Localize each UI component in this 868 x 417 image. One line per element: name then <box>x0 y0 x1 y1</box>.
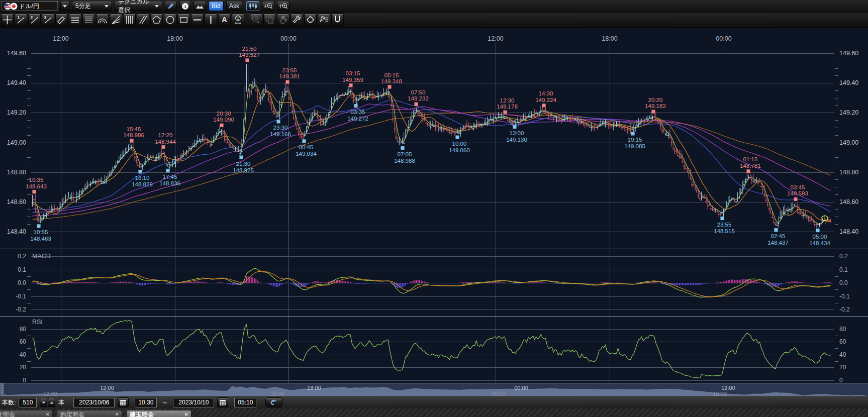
hand-icon <box>277 14 289 26</box>
date-from-input[interactable]: 2023/10/06 <box>73 398 115 407</box>
chevron-up-icon <box>50 401 53 403</box>
navigator-time-label: 12:00 <box>721 385 735 391</box>
reset-range-button[interactable] <box>265 397 282 407</box>
main-toolbar: ドル/円 5分足 テクニカル選択 i Bid Ask <box>0 0 868 13</box>
time-axis-label: 18:00 <box>167 35 182 42</box>
tab-close-icon[interactable]: × <box>184 411 188 417</box>
zoom-out-button[interactable] <box>262 1 274 11</box>
info-button[interactable]: i <box>179 1 191 11</box>
high-annotation-time: 15:45 <box>127 126 141 132</box>
v-segment-tool-button[interactable] <box>205 14 217 26</box>
wrench-icon <box>291 14 303 26</box>
settings-icon <box>318 14 330 26</box>
chevron-down-icon <box>42 401 45 403</box>
high-marker <box>542 103 546 107</box>
chart-canvas[interactable]: 12:0018:0000:0012:0012:0018:0000:0012:00… <box>0 0 868 417</box>
icon-stamp-tool-button[interactable]: icon <box>232 14 244 26</box>
pentagon-tool-button[interactable] <box>150 14 163 26</box>
price-axis-label-right: 148.80 <box>839 169 858 176</box>
rectangle-tool-button[interactable] <box>177 14 190 26</box>
high-marker <box>504 111 507 114</box>
parallel-lines-tool-button[interactable] <box>137 14 149 26</box>
calendar-to-button[interactable] <box>217 397 228 407</box>
low-marker <box>401 146 405 150</box>
ruler-tool-button[interactable] <box>55 14 68 26</box>
candle-chart-button[interactable] <box>246 1 259 11</box>
hand-tool-button[interactable] <box>277 14 290 26</box>
timeframe-selector[interactable]: 5分足 <box>72 1 112 11</box>
eraser-tool-button[interactable] <box>304 14 317 26</box>
low-marker <box>775 228 778 232</box>
rsi-tick-left: 60 <box>20 338 27 345</box>
tab-close-icon[interactable]: × <box>115 411 119 417</box>
price-axis-label-left: 149.40 <box>7 79 26 86</box>
bid-button[interactable]: Bid <box>209 1 224 11</box>
high-annotation-price: 149.090 <box>213 117 234 123</box>
bars-count-input[interactable]: 510 <box>19 398 37 407</box>
macd-tick-left: -0.1 <box>16 293 26 300</box>
h-lines-tool-button[interactable] <box>69 14 81 26</box>
low-annotation-price: 148.829 <box>132 181 153 187</box>
low-annotation-time: 00:45 <box>299 144 314 150</box>
v-lines-tool-button[interactable] <box>123 14 136 26</box>
pair-dropdown-button[interactable] <box>60 1 69 11</box>
svg-text:A: A <box>222 16 227 24</box>
trendline-3-tool-button[interactable]: 3 <box>42 14 54 26</box>
time-to-input[interactable]: 05:10 <box>234 398 256 407</box>
wrench-tool-button[interactable] <box>291 14 303 26</box>
currency-pair-selector[interactable]: ドル/円 <box>2 1 58 11</box>
time-axis-label: 00:00 <box>280 35 296 42</box>
high-marker <box>286 80 290 84</box>
draw-pencil-button[interactable] <box>165 1 177 11</box>
fib-arcs-tool-button[interactable] <box>96 14 109 26</box>
low-annotation-time: 23:55 <box>717 222 732 228</box>
high-annotation-time: 10:35 <box>29 177 44 183</box>
drawing-toolbar: 123Aicon <box>0 13 868 28</box>
low-marker <box>37 224 41 228</box>
tab-約定照会[interactable]: 約定照会× <box>57 410 122 417</box>
date-to-input[interactable]: 2023/10/10 <box>173 398 214 407</box>
calendar-icon <box>120 399 127 406</box>
tab-注文照会[interactable]: 注文照会× <box>0 410 53 417</box>
undo-arrow-icon <box>270 399 278 406</box>
settings-tool-button[interactable] <box>318 14 330 26</box>
rsi-tick-right: 20 <box>839 364 846 371</box>
pentagon-icon <box>151 14 162 26</box>
navigator-time-label: 00:00 <box>514 385 528 391</box>
low-marker <box>354 104 358 108</box>
crosshair-tool-button[interactable] <box>1 14 14 26</box>
area-chart-button[interactable] <box>194 1 206 11</box>
time-from-input[interactable]: 10:30 <box>135 398 157 407</box>
price-axis-label-right: 149.00 <box>839 139 858 146</box>
calendar-from-button[interactable] <box>118 397 129 407</box>
text-tool-button[interactable]: A <box>218 14 231 26</box>
navigator-strip[interactable]: 12:0018:0000:0012:0012:0018:0000:0012:00 <box>0 383 868 397</box>
high-marker <box>33 190 36 193</box>
rsi-tick-left: 0 <box>23 377 26 384</box>
copy-tool-button[interactable] <box>263 14 276 26</box>
high-annotation-price: 149.224 <box>535 97 556 103</box>
time-axis-label: 12:00 <box>488 35 503 42</box>
high-marker <box>130 139 134 143</box>
trendline-1-tool-button[interactable]: 1 <box>15 14 27 26</box>
time-shift-tool-button[interactable] <box>250 14 262 26</box>
h-segment-tool-button[interactable] <box>191 14 204 26</box>
technical-select-button[interactable]: テクニカル選択 <box>115 1 162 11</box>
h-lines-dense-tool-button[interactable] <box>82 14 95 26</box>
bars-decrement-button[interactable] <box>40 398 47 407</box>
fan-lines-tool-button[interactable] <box>110 14 122 26</box>
low-marker <box>303 139 306 143</box>
tab-建玉照会[interactable]: 建玉照会× <box>126 410 191 417</box>
pair-label: ドル/円 <box>19 2 39 11</box>
tab-close-icon[interactable]: × <box>46 411 49 417</box>
tab-label: 注文照会 <box>0 410 15 417</box>
ask-button[interactable]: Ask <box>226 1 242 11</box>
low-annotation-time: 02:45 <box>771 233 786 239</box>
high-marker <box>246 59 249 62</box>
bars-increment-button[interactable] <box>48 398 55 407</box>
ellipse-tool-button[interactable] <box>164 14 176 26</box>
trendline-2-tool-button[interactable]: 2 <box>28 14 41 26</box>
magnet-tool-button[interactable] <box>331 14 344 26</box>
low-marker <box>166 169 170 172</box>
zoom-in-button[interactable] <box>277 1 290 11</box>
